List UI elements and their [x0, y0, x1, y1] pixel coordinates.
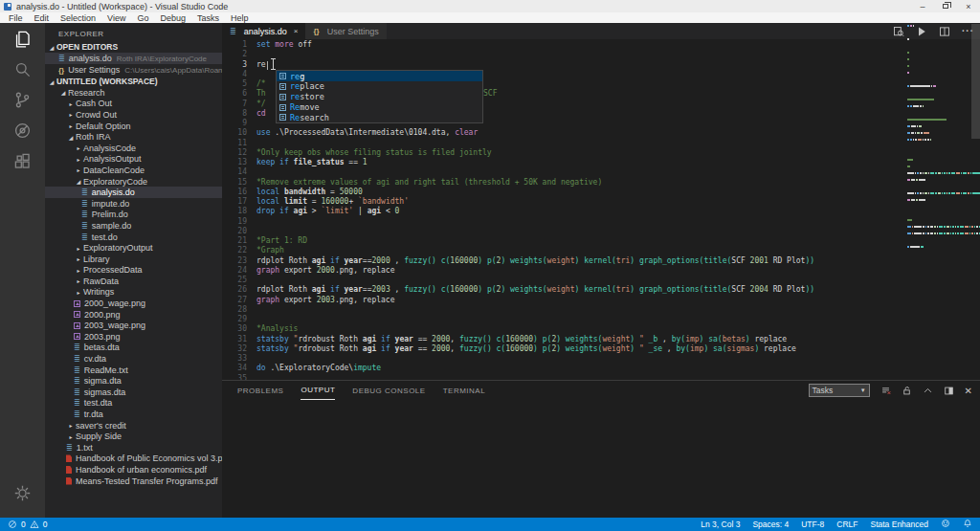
panel-layout-icon[interactable]	[944, 386, 954, 396]
open-editors-header[interactable]: ◢ OPEN EDITORS	[45, 41, 222, 53]
minimap-line	[907, 219, 912, 221]
status-eol[interactable]: CRLF	[836, 520, 858, 529]
suggest-item[interactable]: restore	[277, 92, 482, 102]
suggest-item[interactable]: replace	[277, 81, 482, 92]
menu-go[interactable]: Go	[131, 12, 154, 23]
tree-item-handbook-of-urban-economics-pdf[interactable]: Handbook of urban economics.pdf	[45, 464, 222, 476]
clear-output-icon[interactable]	[880, 386, 891, 396]
editor-scrollbar[interactable]	[971, 24, 980, 139]
suggest-item[interactable]: Remove	[277, 102, 482, 113]
panel-tab-debug-console[interactable]: DEBUG CONSOLE	[352, 381, 425, 400]
status-language-mode[interactable]: Stata Enhanced	[871, 520, 929, 529]
maximize-panel-icon[interactable]	[923, 386, 933, 396]
tree-item-library[interactable]: ▸Library	[45, 254, 222, 265]
tree-item-2000-wage-png[interactable]: 2000_wage.png	[45, 298, 222, 309]
tree-item-research[interactable]: ◢Research	[45, 87, 222, 99]
tree-item-analysisoutput[interactable]: ▸AnalysisOutput	[45, 154, 222, 166]
restore-button[interactable]	[934, 0, 957, 12]
chevron-expanded-icon: ◢	[47, 78, 56, 85]
panel-tab-output[interactable]: OUTPUT	[301, 381, 335, 400]
status-cursor-position[interactable]: Ln 3, Col 3	[701, 520, 740, 529]
tree-item-cv-dta[interactable]: ≣cv.dta	[45, 353, 222, 365]
tree-item-rawdata[interactable]: ▸RawData	[45, 276, 222, 287]
open-editor-item[interactable]: {}User SettingsC:\Users\cais\AppData\Roa…	[45, 64, 222, 76]
minimap-line	[907, 125, 922, 127]
tree-item-processeddata[interactable]: ▸ProcessedData	[45, 265, 222, 277]
activity-extensions[interactable]	[0, 145, 45, 176]
suggest-item[interactable]: reg	[277, 71, 482, 81]
feedback-smiley-icon[interactable]	[941, 519, 950, 530]
tree-item-analysis-do[interactable]: ≣analysis.do	[45, 187, 222, 198]
line-number: 3	[222, 60, 247, 70]
tree-item-1-txt[interactable]: ≣1.txt	[45, 442, 222, 454]
tree-item-cash-out[interactable]: ▸Cash Out	[45, 99, 222, 110]
tree-item-exploratorycode[interactable]: ◢ExploratoryCode	[45, 176, 222, 188]
close-tab-icon[interactable]: ×	[294, 27, 299, 35]
open-editor-item[interactable]: ≣analysis.doRoth IRA\ExploratoryCode	[45, 53, 222, 64]
tree-item-sigma-dta[interactable]: ≣sigma.dta	[45, 375, 222, 387]
panel-tab-problems[interactable]: PROBLEMS	[237, 381, 283, 400]
close-button[interactable]: ×	[957, 0, 980, 12]
editor-area[interactable]: ≣analysis.do×{}User Settings ··· 1set mo…	[222, 23, 980, 380]
suggest-item[interactable]: Research	[277, 112, 482, 122]
menu-selection[interactable]: Selection	[55, 12, 101, 23]
status-indentation[interactable]: Spaces: 4	[752, 520, 789, 529]
tree-item-2003-png[interactable]: 2003.png	[45, 331, 222, 343]
tree-item-saver-s-credit[interactable]: ▸saver's credit	[45, 420, 222, 431]
tree-item-tr-dta[interactable]: ≣tr.dta	[45, 409, 222, 420]
problems-status[interactable]: 0 0	[0, 520, 47, 529]
tree-item-2000-png[interactable]: 2000.png	[45, 309, 222, 321]
tree-item-2003-wage-png[interactable]: 2003_wage.png	[45, 320, 222, 331]
tasks-dropdown[interactable]: Tasks▼	[809, 384, 870, 397]
status-encoding[interactable]: UTF-8	[801, 520, 824, 529]
tree-item-analysiscode[interactable]: ▸AnalysisCode	[45, 143, 222, 154]
tree-item-impute-do[interactable]: ≣impute.do	[45, 198, 222, 210]
tree-item-means-tested-transfer-programs-pdf[interactable]: Means-Tested Transfer Programs.pdf	[45, 476, 222, 487]
tree-item-betas-dta[interactable]: ≣betas.dta	[45, 343, 222, 354]
activity-search[interactable]	[0, 54, 45, 84]
chevron-expanded-icon: ◢	[47, 44, 56, 51]
menu-edit[interactable]: Edit	[29, 12, 56, 23]
close-panel-icon[interactable]: ✕	[965, 386, 972, 396]
menu-view[interactable]: View	[101, 12, 131, 23]
pdf-file-icon	[66, 477, 72, 485]
tree-item-test-dta[interactable]: ≣test.dta	[45, 398, 222, 409]
tree-item-exploratoryoutput[interactable]: ▸ExploratoryOutput	[45, 242, 222, 254]
notifications-bell-icon[interactable]	[963, 519, 972, 530]
activity-explorer[interactable]	[0, 23, 45, 54]
tab-analysis-do[interactable]: ≣analysis.do×	[222, 23, 305, 39]
minimize-button[interactable]: –	[911, 0, 934, 12]
line-number: 32	[222, 344, 247, 354]
tree-item-sigmas-dta[interactable]: ≣sigmas.dta	[45, 387, 222, 398]
scroll-lock-icon[interactable]	[902, 386, 912, 396]
menu-help[interactable]: Help	[225, 12, 255, 23]
tree-item-test-do[interactable]: ≣test.do	[45, 232, 222, 243]
panel-tab-terminal[interactable]: TERMINAL	[443, 381, 485, 400]
tree-item-writings[interactable]: ▸Writings	[45, 287, 222, 299]
tree-item-default-option[interactable]: ▸Default Option	[45, 121, 222, 132]
code-editor[interactable]: 1set more off23re45/*6ThSCF7*/8cd910use …	[222, 40, 905, 380]
tree-item-handbook-of-public-economics-vol-3-pdf[interactable]: Handbook of Public Economics vol 3.pdf	[45, 454, 222, 465]
tree-item-readme-txt[interactable]: ≣ReadMe.txt	[45, 365, 222, 376]
menu-tasks[interactable]: Tasks	[191, 12, 225, 23]
settings-gear-button[interactable]	[0, 477, 45, 508]
open-preview-icon[interactable]	[893, 26, 904, 37]
tree-item-roth-ira[interactable]: ◢Roth IRA	[45, 131, 222, 143]
workspace-header[interactable]: ◢ UNTITLED (WORKSPACE)	[45, 76, 222, 87]
tree-item-datacleancode[interactable]: ▸DataCleanCode	[45, 165, 222, 176]
line-number: 9	[222, 119, 247, 128]
minimap[interactable]	[907, 25, 969, 312]
menu-file[interactable]: File	[3, 12, 29, 23]
minimap-line	[907, 85, 936, 87]
code-line-text: *Only keep obs whose filing status is fi…	[256, 148, 492, 158]
tree-item-supply-side[interactable]: ▸Supply Side	[45, 431, 222, 442]
code-file-icon: ≣	[81, 233, 88, 241]
tree-item-sample-do[interactable]: ≣sample.do	[45, 220, 222, 232]
code-line: 1set more off	[222, 40, 905, 50]
activity-source-control[interactable]	[0, 84, 45, 115]
tree-item-crowd-out[interactable]: ▸Crowd Out	[45, 109, 222, 121]
activity-debug[interactable]	[0, 115, 45, 145]
tree-item-prelim-do[interactable]: ≣Prelim.do	[45, 210, 222, 221]
tab-user-settings[interactable]: {}User Settings	[305, 23, 386, 39]
menu-debug[interactable]: Debug	[154, 12, 191, 23]
